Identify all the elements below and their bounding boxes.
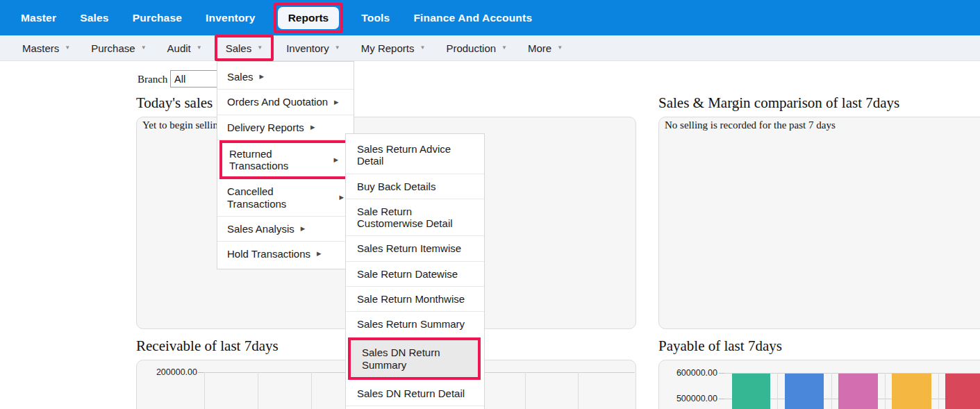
subnav-item-label: Masters xyxy=(22,42,59,54)
sales-margin-card: No selling is recorded for the past 7 da… xyxy=(658,117,980,329)
returned-transactions-submenu: Sales Return Advice Detail Buy Back Deta… xyxy=(345,133,485,409)
caret-down-icon: ▼ xyxy=(65,45,70,51)
payable-ytick-label-500000: 500000.00 xyxy=(662,394,717,403)
caret-down-icon: ▼ xyxy=(197,45,202,51)
caret-down-icon: ▼ xyxy=(420,45,425,51)
receivable-title: Receivable of last 7days xyxy=(136,337,279,355)
receivable-ytick-label: 200000.00 xyxy=(142,368,197,377)
submenu-item-label: Sale Return Monthwise xyxy=(357,293,465,305)
gridline-vertical xyxy=(938,373,939,409)
gridline-vertical xyxy=(311,372,312,409)
submenu-item-sales-dn-return-detail[interactable]: Sales DN Return Detail xyxy=(346,381,484,406)
menu-item-label: Returned Transactions xyxy=(229,148,327,172)
submenu-item-sales-dn-return-summary[interactable]: Sales DN Return Summary xyxy=(351,340,478,377)
submenu-arrow-icon: ▶ xyxy=(301,226,306,232)
topnav-item-tools[interactable]: Tools xyxy=(361,12,390,24)
payable-card: 600000.00 500000.00 xyxy=(658,360,980,409)
submenu-arrow-icon: ▶ xyxy=(310,124,315,131)
subnav-item-my-reports[interactable]: My Reports ▼ xyxy=(360,40,427,56)
submenu-item-sale-return-monthwise[interactable]: Sale Return Monthwise xyxy=(346,287,484,312)
gridline-vertical xyxy=(204,372,205,409)
sales-dn-return-summary-highlight-box: Sales DN Return Summary xyxy=(348,337,481,380)
submenu-item-buy-back-details[interactable]: Buy Back Details xyxy=(346,174,484,199)
submenu-item-label: Sales DN Return Detail xyxy=(357,387,465,399)
submenu-item-label: Sales DN Return Summary xyxy=(362,347,465,371)
menu-item-label: Cancelled Transactions xyxy=(227,185,333,210)
subnav-item-audit[interactable]: Audit ▼ xyxy=(166,40,204,56)
caret-down-icon: ▼ xyxy=(257,45,263,51)
caret-down-icon: ▼ xyxy=(335,45,340,51)
payable-ytick-label-600000: 600000.00 xyxy=(662,369,717,378)
subnav-item-label: Inventory xyxy=(286,42,329,54)
gridline-vertical xyxy=(578,372,579,409)
returned-transactions-highlight-box: Returned Transactions ▶ xyxy=(219,140,348,180)
topnav-item-finance-and-accounts[interactable]: Finance And Accounts xyxy=(413,12,532,24)
submenu-item-sales-return-summary[interactable]: Sales Return Summary xyxy=(346,312,484,336)
branch-label: Branch xyxy=(138,74,167,85)
subnav-item-label: Sales xyxy=(226,42,252,54)
subnav-item-purchase[interactable]: Purchase ▼ xyxy=(90,40,147,56)
sales-dropdown-menu: Sales ▶ Orders And Quotation ▶ Delivery … xyxy=(217,61,354,269)
payable-bar-1 xyxy=(732,374,770,409)
submenu-arrow-icon: ▶ xyxy=(334,99,339,106)
menu-item-returned-transactions[interactable]: Returned Transactions ▶ xyxy=(222,143,345,177)
menu-item-orders-and-quotation[interactable]: Orders And Quotation ▶ xyxy=(217,90,354,115)
subnav-item-production[interactable]: Production ▼ xyxy=(445,40,508,56)
gridline-vertical xyxy=(258,372,258,409)
axis-tick xyxy=(719,373,724,374)
submenu-item-sale-return-customerwise-detail[interactable]: Sale Return Customerwise Detail xyxy=(346,199,484,237)
subnav-item-label: My Reports xyxy=(361,42,415,54)
menu-item-sales-analysis[interactable]: Sales Analysis ▶ xyxy=(217,217,354,242)
menu-item-delivery-reports[interactable]: Delivery Reports ▶ xyxy=(217,115,354,140)
menu-item-cancelled-transactions[interactable]: Cancelled Transactions ▶ xyxy=(217,179,354,217)
menu-item-sales[interactable]: Sales ▶ xyxy=(217,65,354,90)
submenu-item-label: Sales Return Summary xyxy=(357,318,465,330)
payable-bar-5 xyxy=(945,374,980,409)
topnav-item-purchase[interactable]: Purchase xyxy=(133,12,182,24)
submenu-item-label: Sales Return Itemwise xyxy=(357,242,461,254)
submenu-arrow-icon: ▶ xyxy=(260,74,265,80)
today-sales-empty-text: Yet to begin selling xyxy=(137,117,636,133)
sales-margin-title: Sales & Margin comparison of last 7days xyxy=(658,94,899,112)
gridline-vertical xyxy=(525,372,526,409)
topnav-item-inventory[interactable]: Inventory xyxy=(206,12,256,24)
sales-margin-empty-text: No selling is recorded for the past 7 da… xyxy=(659,117,980,133)
submenu-item-sales-return-advice-detail[interactable]: Sales Return Advice Detail xyxy=(346,137,484,174)
submenu-arrow-icon: ▶ xyxy=(339,194,344,201)
submenu-item-sale-return-datewise[interactable]: Sale Return Datewise xyxy=(346,262,484,287)
caret-down-icon: ▼ xyxy=(141,45,147,51)
menu-item-label: Orders And Quotation xyxy=(227,96,328,108)
subnav-item-label: Production xyxy=(446,42,496,54)
caret-down-icon: ▼ xyxy=(557,45,563,51)
submenu-item-label: Sale Return Datewise xyxy=(357,268,458,280)
subnav-item-masters[interactable]: Masters ▼ xyxy=(21,40,72,56)
today-sales-title: Today's sales xyxy=(136,94,213,112)
sales-highlight-box: Sales ▼ xyxy=(215,35,274,61)
submenu-item-label: Sale Return Customerwise Detail xyxy=(357,206,472,230)
top-navbar: Master Sales Purchase Inventory Reports … xyxy=(0,0,980,35)
branch-select-value: All xyxy=(174,74,185,85)
submenu-item-label: Sales Return Advice Detail xyxy=(357,143,472,167)
reports-menu-bar: Masters ▼ Purchase ▼ Audit ▼ Sales ▼ Inv… xyxy=(0,35,980,61)
payable-bar-2 xyxy=(785,374,824,409)
axis-tick xyxy=(719,399,724,399)
topnav-item-reports-active[interactable]: Reports xyxy=(278,7,340,29)
payable-chart: 600000.00 500000.00 xyxy=(659,360,980,409)
menu-item-hold-transactions[interactable]: Hold Transactions ▶ xyxy=(217,242,354,266)
topnav-item-sales[interactable]: Sales xyxy=(80,12,109,24)
topnav-item-master[interactable]: Master xyxy=(21,12,56,24)
subnav-item-label: Purchase xyxy=(91,42,135,54)
subnav-item-inventory[interactable]: Inventory ▼ xyxy=(285,40,342,56)
subnav-item-more[interactable]: More ▼ xyxy=(526,40,564,56)
menu-item-label: Sales xyxy=(227,71,254,83)
subnav-item-sales-open[interactable]: Sales ▼ xyxy=(226,42,263,54)
menu-item-label: Hold Transactions xyxy=(227,248,310,260)
gridline-vertical xyxy=(777,373,778,409)
submenu-arrow-icon: ▶ xyxy=(333,157,338,163)
gridline-vertical xyxy=(831,373,832,409)
submenu-arrow-icon: ▶ xyxy=(317,251,322,257)
subnav-item-label: Audit xyxy=(167,42,191,54)
gridline-vertical xyxy=(885,373,886,409)
axis-tick xyxy=(198,372,204,373)
submenu-item-sales-return-itemwise[interactable]: Sales Return Itemwise xyxy=(346,236,484,261)
